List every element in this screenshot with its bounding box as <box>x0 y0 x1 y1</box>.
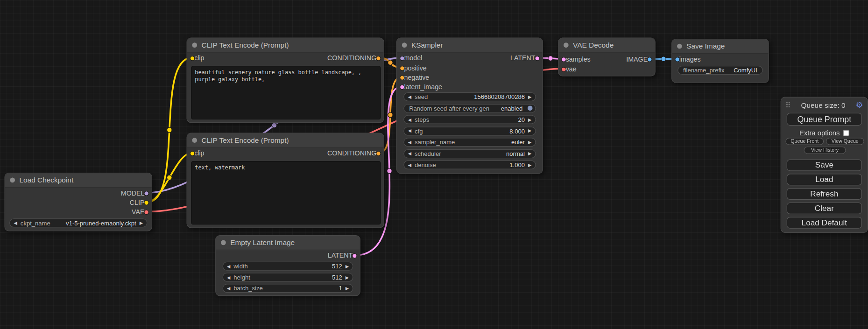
decrement-icon[interactable] <box>407 161 412 169</box>
node-title: Load Checkpoint <box>19 176 73 184</box>
conditioning-output-port[interactable] <box>376 151 381 156</box>
collapse-dot-icon[interactable] <box>677 44 682 49</box>
sampler-name-widget[interactable]: sampler_name euler <box>403 138 536 147</box>
node-title-bar[interactable]: Empty Latent Image <box>216 236 360 250</box>
collapse-dot-icon[interactable] <box>402 42 407 48</box>
prev-value-icon[interactable] <box>407 138 412 147</box>
model-output-port[interactable] <box>144 191 149 196</box>
node-save-image[interactable]: Save Image images filename_prefix ComfyU… <box>671 39 769 83</box>
load-button[interactable]: Load <box>787 174 862 185</box>
node-title-bar[interactable]: KSampler <box>397 38 543 53</box>
node-clip-text-encode-positive[interactable]: CLIP Text Encode (Prompt) clip CONDITION… <box>187 38 384 123</box>
increment-icon[interactable] <box>527 115 533 124</box>
drag-handle-icon[interactable] <box>785 100 790 110</box>
queue-prompt-button[interactable]: Queue Prompt <box>787 113 862 126</box>
settings-gear-icon[interactable] <box>855 100 863 110</box>
collapse-dot-icon[interactable] <box>564 42 569 48</box>
node-title-bar[interactable]: CLIP Text Encode (Prompt) <box>187 38 384 53</box>
negative-input-port[interactable] <box>400 75 405 80</box>
positive-input-port[interactable] <box>400 65 405 70</box>
increment-icon[interactable] <box>344 273 350 281</box>
extra-options-row: Extra options <box>781 129 868 137</box>
node-graph-canvas[interactable]: Load Checkpoint MODEL CLIP VAE ckpt_name… <box>0 0 868 329</box>
node-ksampler[interactable]: KSampler model LATENT positive negative … <box>396 38 543 174</box>
prev-value-icon[interactable] <box>407 149 412 158</box>
increment-icon[interactable] <box>344 284 350 293</box>
collapse-dot-icon[interactable] <box>192 42 197 48</box>
cfg-widget[interactable]: cfg 8.000 <box>403 126 536 135</box>
decrement-icon[interactable] <box>407 127 412 135</box>
node-title-bar[interactable]: Save Image <box>672 39 768 54</box>
decrement-icon[interactable] <box>407 115 412 124</box>
latent-output-label: LATENT <box>223 251 353 260</box>
collapse-dot-icon[interactable] <box>192 138 197 143</box>
decrement-icon[interactable] <box>226 284 232 293</box>
extra-options-checkbox[interactable] <box>843 130 849 136</box>
clip-output-port[interactable] <box>144 200 149 205</box>
clip-input-port[interactable] <box>190 56 195 61</box>
node-clip-text-encode-negative[interactable]: CLIP Text Encode (Prompt) clip CONDITION… <box>187 133 384 228</box>
next-value-icon[interactable] <box>527 138 533 147</box>
refresh-button[interactable]: Refresh <box>787 188 862 200</box>
save-button[interactable]: Save <box>787 159 862 171</box>
latent-output-port[interactable] <box>352 253 357 259</box>
negative-prompt-textarea[interactable]: text, watermark <box>191 161 381 224</box>
node-load-checkpoint[interactable]: Load Checkpoint MODEL CLIP VAE ckpt_name… <box>4 173 152 231</box>
node-empty-latent-image[interactable]: Empty Latent Image LATENT width 512 heig… <box>215 235 360 296</box>
denoise-widget[interactable]: denoise 1.000 <box>403 161 536 169</box>
ckpt-name-widget[interactable]: ckpt_name v1-5-pruned-emaonly.ckpt <box>9 218 147 227</box>
queue-panel[interactable]: Queue size: 0 Queue Prompt Extra options… <box>781 97 868 233</box>
node-title-bar[interactable]: Load Checkpoint <box>5 173 152 188</box>
clear-button[interactable]: Clear <box>787 203 862 214</box>
samples-input-port[interactable] <box>561 57 566 62</box>
increment-icon[interactable] <box>527 127 533 135</box>
node-title-bar[interactable]: CLIP Text Encode (Prompt) <box>187 133 384 148</box>
view-queue-button[interactable]: View Queue <box>826 138 864 145</box>
width-widget[interactable]: width 512 <box>223 262 353 271</box>
filename-prefix-widget[interactable]: filename_prefix ComfyUI <box>677 66 763 75</box>
images-input-port[interactable] <box>675 57 680 62</box>
batch-size-widget[interactable]: batch_size 1 <box>223 284 353 293</box>
toggle-knob-icon[interactable] <box>528 105 533 111</box>
model-output-label: MODEL <box>12 189 144 198</box>
positive-prompt-textarea[interactable]: beautiful scenery nature glass bottle la… <box>191 66 381 119</box>
node-title: KSampler <box>411 41 443 49</box>
node-title-bar[interactable]: VAE Decode <box>558 38 655 53</box>
increment-icon[interactable] <box>527 161 533 169</box>
link-midpoint-dot <box>388 112 393 118</box>
node-vae-decode[interactable]: VAE Decode samples IMAGE vae <box>558 38 656 77</box>
scheduler-widget[interactable]: scheduler normal <box>403 149 536 158</box>
widget-label: cfg <box>415 127 423 134</box>
decrement-icon[interactable] <box>407 93 412 101</box>
seed-widget[interactable]: seed 156680208700286 <box>403 92 536 101</box>
steps-widget[interactable]: steps 20 <box>403 115 536 124</box>
height-widget[interactable]: height 512 <box>223 273 353 282</box>
queue-front-button[interactable]: Queue Front <box>785 138 824 145</box>
latent-output-label: LATENT <box>404 54 535 63</box>
widget-value: 20 <box>429 116 525 123</box>
decrement-icon[interactable] <box>226 262 232 270</box>
next-value-icon[interactable] <box>527 149 533 158</box>
latent-image-input-port[interactable] <box>400 84 405 90</box>
increment-icon[interactable] <box>527 93 533 101</box>
widget-label: ckpt_name <box>21 220 50 226</box>
prev-value-icon[interactable] <box>13 219 18 227</box>
decrement-icon[interactable] <box>226 273 232 281</box>
next-value-icon[interactable] <box>138 219 144 227</box>
random-seed-toggle[interactable]: Random seed after every gen enabled <box>403 104 536 112</box>
clip-input-port[interactable] <box>190 151 195 156</box>
image-output-port[interactable] <box>647 57 652 62</box>
model-input-port[interactable] <box>400 56 405 61</box>
load-default-button[interactable]: Load Default <box>787 217 862 229</box>
vae-input-port[interactable] <box>561 67 566 72</box>
widget-label: steps <box>415 116 429 123</box>
collapse-dot-icon[interactable] <box>10 178 15 183</box>
conditioning-output-port[interactable] <box>376 56 381 61</box>
images-input-label: images <box>679 55 761 64</box>
increment-icon[interactable] <box>344 262 350 270</box>
latent-output-port[interactable] <box>535 56 540 61</box>
vae-output-port[interactable] <box>144 210 149 215</box>
widget-label: sampler_name <box>415 139 455 146</box>
collapse-dot-icon[interactable] <box>221 240 226 245</box>
view-history-button[interactable]: View History <box>804 147 846 154</box>
